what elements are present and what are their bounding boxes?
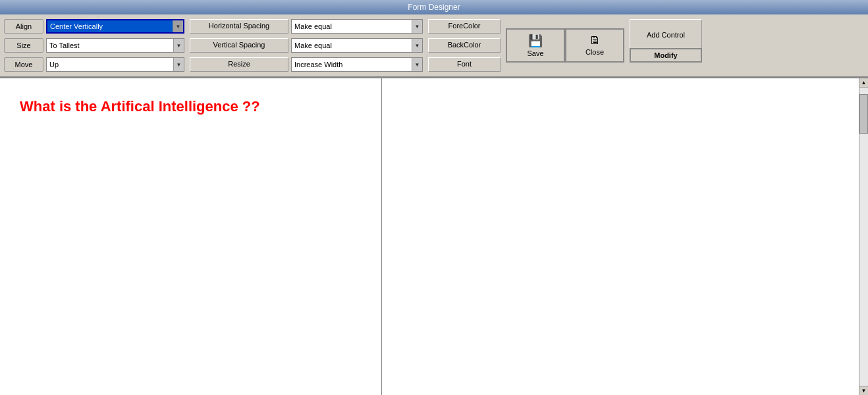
resize-select-value: Increase Width	[292, 59, 412, 70]
scrollbar-down-arrow[interactable]: ▼	[859, 386, 868, 395]
vertical-spacing-btn[interactable]: Vertical Spacing	[190, 38, 288, 53]
canvas-heading: What is the Artifical Intelligence ??	[20, 98, 260, 115]
align-select-arrow[interactable]: ▼	[173, 20, 183, 32]
move-select-arrow[interactable]: ▼	[173, 58, 184, 71]
scrollbar-track	[859, 88, 868, 386]
resize-row: Resize Increase Width ▼	[190, 56, 423, 73]
last-controls: Add Control Modify	[630, 28, 702, 64]
vspacing-select-value: Make equal	[292, 40, 412, 51]
horizontal-spacing-btn[interactable]: Horizontal Spacing	[190, 19, 288, 34]
close-button[interactable]: 🖺 Close	[565, 28, 624, 63]
modify-button[interactable]: Modify	[630, 48, 702, 63]
move-select[interactable]: Up ▼	[46, 57, 184, 72]
vspacing-row: Vertical Spacing Make equal ▼	[190, 37, 423, 54]
move-row: Move Up ▼	[4, 56, 184, 73]
font-btn[interactable]: Font	[428, 57, 501, 72]
align-select-value: Center Vertically	[47, 21, 173, 32]
vspacing-select[interactable]: Make equal ▼	[291, 38, 423, 53]
scrollbar-up-arrow[interactable]: ▲	[859, 78, 868, 88]
addcontrol-row: Add Control	[630, 28, 702, 45]
resize-select[interactable]: Increase Width ▼	[291, 57, 423, 72]
size-select-arrow[interactable]: ▼	[173, 39, 184, 52]
move-label: Move	[4, 57, 43, 72]
save-icon: 💾	[528, 34, 543, 48]
size-label: Size	[4, 38, 43, 53]
align-select[interactable]: Center Vertically ▼	[46, 19, 184, 34]
vspacing-select-arrow[interactable]: ▼	[412, 39, 422, 52]
close-label: Close	[585, 48, 604, 56]
save-label: Save	[527, 49, 543, 57]
scrollbar-thumb[interactable]	[859, 94, 868, 134]
resize-btn[interactable]: Resize	[190, 57, 288, 72]
scrollbar[interactable]: ▲ ▼	[859, 78, 868, 395]
size-select-value: To Tallest	[47, 40, 173, 51]
canvas-right: ▲ ▼	[382, 78, 868, 395]
title-bar: Form Designer	[0, 0, 868, 14]
close-icon: 🖺	[589, 35, 600, 47]
align-row: Align Center Vertically ▼	[4, 18, 184, 35]
right-controls: ForeColor BackColor Font	[428, 18, 501, 73]
backcolor-row: BackColor	[428, 37, 501, 54]
save-close-group: 💾 Save 🖺 Close	[506, 28, 624, 63]
save-button[interactable]: 💾 Save	[506, 28, 565, 63]
forecolor-btn[interactable]: ForeColor	[428, 19, 501, 34]
hspacing-select-arrow[interactable]: ▼	[412, 20, 422, 33]
resize-select-arrow[interactable]: ▼	[412, 58, 422, 71]
font-row: Font	[428, 56, 501, 73]
canvas-area: What is the Artifical Intelligence ?? ▲ …	[0, 78, 868, 395]
backcolor-btn[interactable]: BackColor	[428, 38, 501, 53]
hspacing-select-value: Make equal	[292, 21, 412, 32]
forecolor-row: ForeColor	[428, 18, 501, 35]
canvas-left: What is the Artifical Intelligence ??	[0, 78, 382, 395]
size-select[interactable]: To Tallest ▼	[46, 38, 184, 53]
modify-row: Modify	[630, 47, 702, 64]
align-label: Align	[4, 19, 43, 34]
left-controls: Align Center Vertically ▼ Size To Talles…	[4, 18, 184, 73]
size-row: Size To Tallest ▼	[4, 37, 184, 54]
move-select-value: Up	[47, 59, 173, 70]
hspacing-row: Horizontal Spacing Make equal ▼	[190, 18, 423, 35]
title-bar-text: Form Designer	[408, 3, 460, 12]
toolbar: Align Center Vertically ▼ Size To Talles…	[0, 14, 868, 78]
hspacing-select[interactable]: Make equal ▼	[291, 19, 423, 34]
mid-controls: Horizontal Spacing Make equal ▼ Vertical…	[190, 18, 423, 73]
